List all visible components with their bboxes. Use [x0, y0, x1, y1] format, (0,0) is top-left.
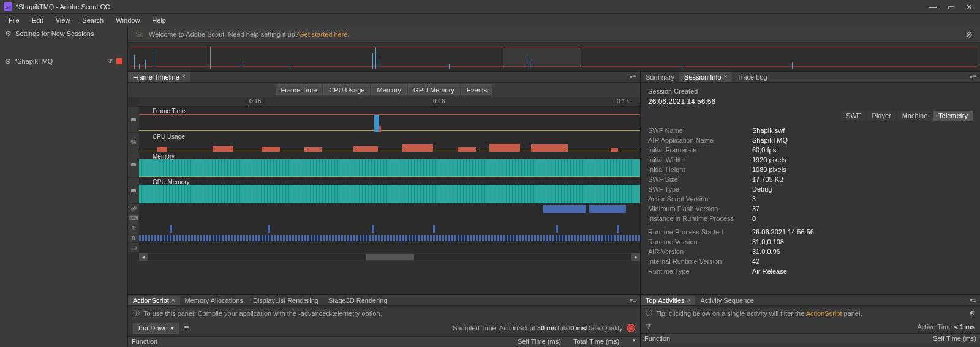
menu-file[interactable]: File: [2, 15, 26, 25]
menu-edit[interactable]: Edit: [26, 15, 50, 25]
call-tree-mode-dropdown[interactable]: Top-Down ▼: [133, 323, 179, 334]
list-view-icon[interactable]: ≣: [184, 324, 189, 332]
dropdown-label: Top-Down: [137, 324, 168, 332]
actionscript-link[interactable]: ActionScript: [806, 310, 842, 317]
tab-top-activities[interactable]: Top Activities ×: [641, 296, 695, 305]
overview-selection[interactable]: [503, 48, 581, 67]
tab-actionscript[interactable]: ActionScript ×: [128, 296, 180, 305]
event-track-timer[interactable]: ↻: [139, 223, 640, 233]
tab-close-icon[interactable]: ×: [172, 297, 175, 304]
filter-icon[interactable]: ⧩: [107, 58, 113, 65]
tab-session-info[interactable]: Session Info ×: [679, 72, 732, 82]
info-value: 31,0,0,108: [752, 238, 784, 245]
tab-close-icon[interactable]: ×: [687, 297, 691, 304]
settings-new-sessions[interactable]: ⚙ Settings for New Sessions: [0, 26, 127, 41]
info-label: SWF Size: [648, 176, 752, 183]
time-tick: 0:17: [617, 98, 628, 105]
top-activities-panel: Top Activities × Activity Sequence ▾≡ ⓘ …: [641, 294, 980, 347]
timeline-scrollbar[interactable]: ◂ ▸: [139, 253, 640, 261]
tab-memory-allocations[interactable]: Memory Allocations: [180, 296, 248, 305]
tab-frame-timeline[interactable]: Frame Timeline ×: [128, 72, 190, 82]
info-value: 17 705 KB: [752, 176, 783, 183]
subtab-telemetry[interactable]: Telemetry: [933, 111, 973, 121]
toggle-events[interactable]: Events: [461, 84, 493, 95]
subtab-swf[interactable]: SWF: [841, 111, 865, 121]
col-self-time[interactable]: Self Time (ms): [933, 335, 976, 342]
col-self-time[interactable]: Self Time (ms): [518, 338, 561, 345]
chart-cpu-usage[interactable]: % CPU Usage: [139, 133, 640, 152]
tab-activity-sequence[interactable]: Activity Sequence: [695, 296, 758, 305]
chart-frame-time[interactable]: Frame Time: [139, 107, 640, 133]
tab-label: Frame Timeline: [133, 73, 179, 81]
record-icon[interactable]: [116, 58, 123, 64]
window-minimize-button[interactable]: —: [929, 2, 937, 12]
scale-slider[interactable]: [131, 163, 136, 166]
info-value: Shapik.swf: [752, 127, 785, 134]
panel-menu-icon[interactable]: ▾≡: [966, 297, 980, 304]
scout-badge-icon: Sc: [135, 29, 149, 39]
window-close-button[interactable]: ✕: [966, 2, 973, 12]
scale-slider[interactable]: [131, 189, 136, 192]
scroll-left-icon[interactable]: ◂: [139, 253, 148, 261]
get-started-link[interactable]: Get started here.: [299, 31, 350, 38]
event-track-trace[interactable]: ▭: [139, 243, 640, 253]
menu-window[interactable]: Window: [110, 15, 146, 25]
toggle-memory[interactable]: Memory: [371, 84, 407, 95]
network-icon: ⇅: [130, 234, 137, 242]
toggle-cpu-usage[interactable]: CPU Usage: [323, 84, 370, 95]
time-ruler: 0:15 0:16 0:17: [139, 97, 640, 107]
chart-memory[interactable]: Memory: [139, 152, 640, 178]
event-track-keyboard[interactable]: ⌨: [139, 214, 640, 223]
col-function[interactable]: Function: [644, 335, 670, 342]
menu-search[interactable]: Search: [76, 15, 110, 25]
scale-slider[interactable]: [131, 118, 136, 121]
close-session-icon[interactable]: ⊗: [5, 57, 11, 65]
col-total-time[interactable]: Total Time (ms): [573, 338, 619, 345]
info-row: AIR Application NameShapikTMQ: [648, 135, 973, 145]
info-row: AIR Version31.0.0.96: [648, 247, 973, 256]
tab-label: Top Activities: [646, 297, 685, 304]
tab-summary[interactable]: Summary: [641, 72, 679, 82]
toggle-frame-time[interactable]: Frame Time: [276, 84, 323, 95]
menu-view[interactable]: View: [50, 15, 77, 25]
event-track-net[interactable]: ⇅: [139, 233, 640, 243]
menu-help[interactable]: Help: [146, 15, 172, 25]
tab-close-icon[interactable]: ×: [182, 73, 186, 80]
active-time-value: < 1 ms: [954, 323, 975, 330]
panel-menu-icon[interactable]: ▾≡: [626, 73, 640, 80]
welcome-close-icon[interactable]: ⊗: [966, 30, 973, 39]
event-track-mouse[interactable]: ⮰: [139, 204, 640, 214]
info-row: Initial Width1920 pixels: [648, 155, 973, 165]
info-label: ActionScript Version: [648, 195, 752, 203]
scroll-right-icon[interactable]: ▸: [631, 253, 640, 261]
col-function[interactable]: Function: [132, 338, 157, 345]
actionscript-hint: To use this panel: Compile your applicat…: [143, 310, 382, 317]
info-label: Minimum Flash Version: [648, 205, 752, 212]
tab-trace-log[interactable]: Trace Log: [732, 72, 772, 82]
keyboard-icon: ⌨: [130, 215, 137, 222]
panel-menu-icon[interactable]: ▾≡: [966, 73, 980, 80]
filter-icon[interactable]: ⧩: [646, 323, 651, 330]
tab-label: Session Info: [684, 73, 722, 81]
tab-displaylist-rendering[interactable]: DisplayList Rendering: [248, 296, 323, 305]
subtab-player[interactable]: Player: [867, 111, 896, 121]
tab-close-icon[interactable]: ×: [724, 73, 728, 80]
session-created-label: Session Created: [648, 88, 973, 95]
panel-menu-icon[interactable]: ▾≡: [626, 297, 640, 304]
chart-gpu-memory[interactable]: GPU Memory: [139, 178, 640, 204]
actionscript-panel: ActionScript × Memory Allocations Displa…: [128, 294, 640, 347]
info-icon: ⓘ: [646, 308, 652, 318]
subtab-machine[interactable]: Machine: [897, 111, 933, 121]
chart-label: Frame Time: [153, 108, 185, 114]
info-value: 37: [752, 205, 760, 212]
session-info-subtabs: SWF Player Machine Telemetry: [648, 111, 973, 121]
session-overview[interactable]: [128, 43, 980, 72]
chart-metric-toggles: Frame Time CPU Usage Memory GPU Memory E…: [128, 83, 640, 97]
total-value: 0 ms: [570, 324, 586, 332]
session-list-item[interactable]: ⊗ *ShapikTMQ ⧩: [0, 53, 127, 69]
window-maximize-button[interactable]: ▭: [948, 2, 955, 12]
info-label: Initial Height: [648, 166, 752, 173]
tab-stage3d-rendering[interactable]: Stage3D Rendering: [323, 296, 393, 305]
toggle-gpu-memory[interactable]: GPU Memory: [408, 84, 460, 95]
hint-close-icon[interactable]: ⊗: [970, 309, 975, 317]
